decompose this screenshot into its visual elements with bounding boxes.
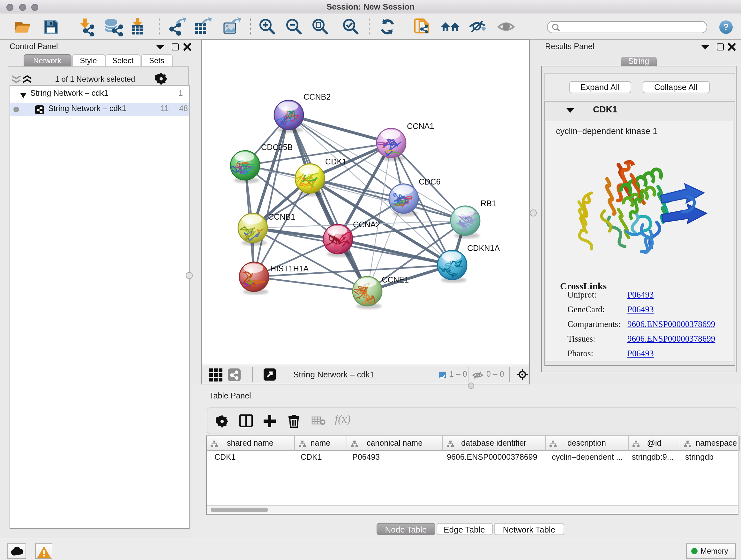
svg-text:HIST1H1A: HIST1H1A	[270, 264, 309, 273]
svg-text:CDC25B: CDC25B	[261, 143, 293, 152]
svg-text:CCNE1: CCNE1	[382, 275, 409, 284]
svg-text:CDK1: CDK1	[325, 157, 347, 166]
svg-text:CCNB1: CCNB1	[268, 212, 295, 221]
svg-text:RB1: RB1	[481, 199, 496, 208]
svg-text:CDC6: CDC6	[419, 177, 441, 186]
svg-text:CCNB2: CCNB2	[304, 92, 331, 101]
svg-text:CDKN1A: CDKN1A	[467, 244, 500, 253]
svg-text:CCNA2: CCNA2	[353, 220, 380, 229]
svg-text:CCNA1: CCNA1	[407, 122, 434, 131]
